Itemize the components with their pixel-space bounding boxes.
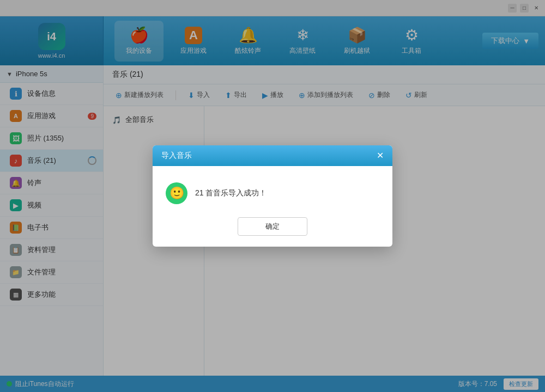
dialog-overlay: 导入音乐 ✕ 🙂 21 首音乐导入成功！ 确定	[0, 0, 545, 392]
dialog-text: 21 首音乐导入成功！	[195, 188, 267, 198]
dialog-footer: 确定	[166, 217, 379, 236]
dialog-confirm-button[interactable]: 确定	[238, 217, 307, 236]
dialog-body: 🙂 21 首音乐导入成功！ 确定	[153, 166, 392, 247]
dialog-close-button[interactable]: ✕	[377, 151, 384, 160]
success-smiley-icon: 🙂	[166, 182, 187, 204]
dialog-header: 导入音乐 ✕	[153, 145, 392, 166]
import-music-dialog: 导入音乐 ✕ 🙂 21 首音乐导入成功！ 确定	[153, 145, 392, 247]
dialog-title: 导入音乐	[161, 151, 192, 161]
dialog-message: 🙂 21 首音乐导入成功！	[166, 182, 379, 204]
